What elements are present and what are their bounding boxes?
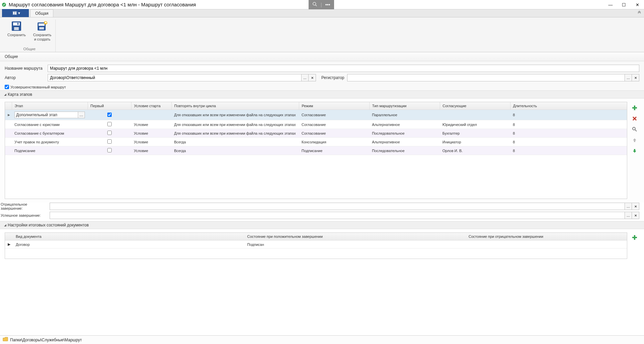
- cell-stage[interactable]: Согласование с бухгалтером: [12, 129, 88, 138]
- cell-approvers[interactable]: Юридический отдел: [440, 120, 510, 129]
- col-start-condition[interactable]: Условие старта: [131, 102, 171, 110]
- cell-doc-type[interactable]: Договор: [13, 240, 245, 249]
- cell-negative-state[interactable]: [466, 240, 627, 249]
- first-checkbox[interactable]: [107, 139, 112, 144]
- collapse-ribbon-icon[interactable]: [637, 11, 641, 16]
- cell-repeat[interactable]: Всегда: [171, 146, 299, 155]
- cell-mode[interactable]: Подписание: [299, 146, 369, 155]
- cell-stage[interactable]: Подписание: [12, 146, 88, 155]
- success-completion-input[interactable]: [50, 212, 625, 219]
- cell-start-condition[interactable]: Условие: [131, 120, 171, 129]
- cell-mode[interactable]: Согласование: [299, 110, 369, 120]
- move-up-button[interactable]: [631, 136, 639, 144]
- table-row[interactable]: ▶ДоговорПодписан: [5, 240, 627, 249]
- route-name-input[interactable]: [48, 65, 639, 72]
- cell-duration[interactable]: 8: [510, 138, 627, 146]
- cell-routing-type[interactable]: Альтернативное: [369, 120, 440, 129]
- app-menu-button[interactable]: ▾: [2, 9, 29, 17]
- author-input[interactable]: [48, 74, 301, 81]
- table-row[interactable]: ПодписаниеУсловиеВсегдаПодписаниеПоследо…: [5, 146, 627, 155]
- cell-stage[interactable]: Учет правок по документу: [12, 138, 88, 146]
- table-row[interactable]: Согласование с бухгалтеромУсловиеДля отк…: [5, 129, 627, 138]
- col-positive-state[interactable]: Состояние при положительном завершении: [245, 233, 466, 240]
- maximize-button[interactable]: ☐: [617, 0, 631, 9]
- cell-repeat[interactable]: Для отказавших или всем при изменении фа…: [171, 120, 299, 129]
- find-stage-button[interactable]: [631, 125, 639, 133]
- success-completion-lookup-button[interactable]: …: [625, 212, 632, 219]
- author-lookup-button[interactable]: …: [301, 74, 309, 81]
- cell-first[interactable]: [88, 138, 131, 146]
- delete-stage-button[interactable]: [631, 115, 639, 123]
- cell-first[interactable]: [88, 146, 131, 155]
- cell-routing-type[interactable]: Последовательное: [369, 146, 440, 155]
- more-icon[interactable]: •••: [325, 2, 330, 7]
- cell-start-condition[interactable]: Условие: [131, 146, 171, 155]
- cell-approvers[interactable]: [440, 110, 510, 120]
- stage-name-input[interactable]: Дополнительный этап: [14, 112, 78, 118]
- cell-stage[interactable]: Дополнительный этап…: [12, 110, 88, 120]
- cell-repeat[interactable]: Всегда: [171, 138, 299, 146]
- registrar-lookup-button[interactable]: …: [625, 74, 632, 81]
- cell-routing-type[interactable]: Последовательное: [369, 129, 440, 138]
- author-clear-button[interactable]: ✕: [309, 74, 316, 81]
- move-down-button[interactable]: [631, 147, 639, 155]
- cell-mode[interactable]: Согласование: [299, 120, 369, 129]
- cell-approvers[interactable]: Бухгалтер: [440, 129, 510, 138]
- cell-duration[interactable]: 8: [510, 120, 627, 129]
- col-duration[interactable]: Длительность: [510, 102, 627, 110]
- cell-duration[interactable]: 8: [510, 129, 627, 138]
- doc-states-caption[interactable]: ◢ Настройки итоговых состояний документо…: [0, 221, 644, 229]
- cell-first[interactable]: [88, 110, 131, 120]
- advanced-route-checkbox[interactable]: [5, 85, 9, 89]
- cell-first[interactable]: [88, 120, 131, 129]
- negative-completion-clear-button[interactable]: ✕: [632, 203, 639, 210]
- stage-lookup-button[interactable]: …: [78, 112, 85, 118]
- col-stage[interactable]: Этап: [12, 102, 88, 110]
- negative-completion-lookup-button[interactable]: …: [625, 203, 632, 210]
- cell-start-condition[interactable]: [131, 110, 171, 120]
- cell-routing-type[interactable]: Параллельное: [369, 110, 440, 120]
- zoom-icon[interactable]: [313, 2, 317, 8]
- registrar-clear-button[interactable]: ✕: [632, 74, 639, 81]
- col-negative-state[interactable]: Состояние при отрицательном завершении: [466, 233, 627, 240]
- cell-mode[interactable]: Согласование: [299, 129, 369, 138]
- save-button[interactable]: Сохранить: [6, 19, 27, 42]
- add-stage-button[interactable]: [631, 104, 639, 112]
- col-first[interactable]: Первый: [88, 102, 131, 110]
- negative-completion-input[interactable]: [50, 203, 625, 210]
- cell-duration[interactable]: 8: [510, 110, 627, 120]
- cell-approvers[interactable]: Орлов И. В.: [440, 146, 510, 155]
- save-and-new-button[interactable]: ★ Сохранить и создать: [32, 19, 53, 42]
- cell-duration[interactable]: 8: [510, 146, 627, 155]
- cell-routing-type[interactable]: Альтернативное: [369, 138, 440, 146]
- tab-general[interactable]: Общая: [30, 9, 53, 17]
- col-approvers[interactable]: Согласующие: [440, 102, 510, 110]
- table-row[interactable]: ▶Дополнительный этап…Для отказавших или …: [5, 110, 627, 120]
- first-checkbox[interactable]: [107, 131, 112, 135]
- minimize-button[interactable]: —: [604, 0, 617, 9]
- cell-positive-state[interactable]: Подписан: [245, 240, 466, 249]
- cell-start-condition[interactable]: Условие: [131, 138, 171, 146]
- col-routing-type[interactable]: Тип маршрутизации: [369, 102, 440, 110]
- col-mode[interactable]: Режим: [299, 102, 369, 110]
- cell-first[interactable]: [88, 129, 131, 138]
- cell-start-condition[interactable]: Условие: [131, 129, 171, 138]
- first-checkbox[interactable]: [107, 113, 112, 117]
- first-checkbox[interactable]: [107, 122, 112, 126]
- cell-repeat[interactable]: Для отказавших или всем при изменении фа…: [171, 110, 299, 120]
- col-repeat[interactable]: Повторять внутри цикла: [171, 102, 299, 110]
- add-doc-state-button[interactable]: [632, 234, 638, 242]
- cell-approvers[interactable]: Инициатор: [440, 138, 510, 146]
- stage-map-caption[interactable]: ◢ Карта этапов: [0, 90, 644, 98]
- first-checkbox[interactable]: [107, 148, 112, 152]
- registrar-input[interactable]: [347, 74, 625, 81]
- table-row[interactable]: Учет правок по документуУсловиеВсегдаКон…: [5, 138, 627, 146]
- close-button[interactable]: ✕: [631, 0, 644, 9]
- col-doc-type[interactable]: Вид документа: [13, 233, 245, 240]
- breadcrumb[interactable]: Папки\Договоры\Служебные\Маршрут: [10, 338, 82, 342]
- success-completion-clear-button[interactable]: ✕: [632, 212, 639, 219]
- table-row[interactable]: Согласование с юристамиУсловиеДля отказа…: [5, 120, 627, 129]
- cell-repeat[interactable]: Для отказавших или всем при изменении фа…: [171, 129, 299, 138]
- cell-mode[interactable]: Консолидация: [299, 138, 369, 146]
- cell-stage[interactable]: Согласование с юристами: [12, 120, 88, 129]
